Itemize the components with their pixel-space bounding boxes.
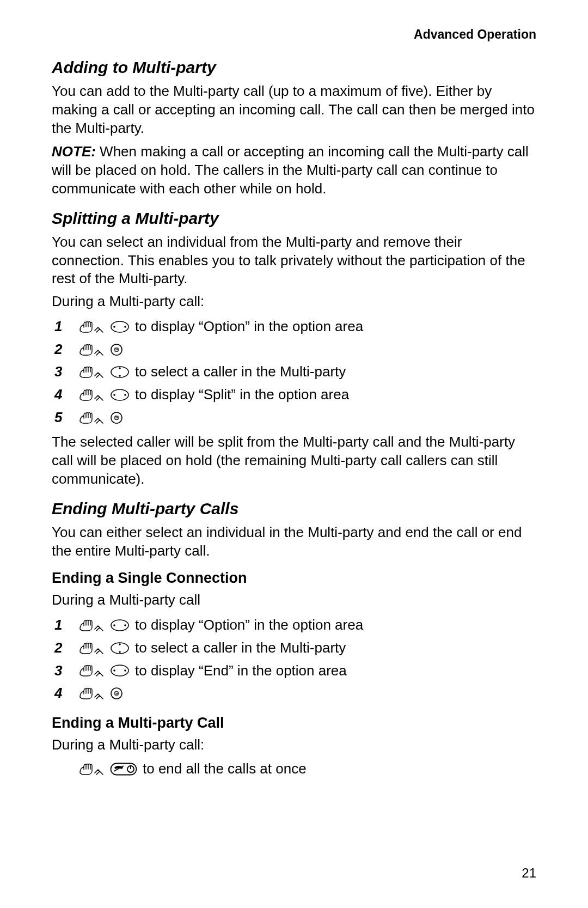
section-title-splitting: Splitting a Multi-party: [52, 209, 536, 228]
body-ending: You can either select an individual in t…: [52, 523, 536, 560]
step-item: 1 to display “Option” in the option area: [52, 315, 536, 338]
step-item: 2 to select a caller in the Multi-party: [52, 637, 536, 660]
nav-up-down-icon: [110, 642, 130, 655]
select-key-icon: [110, 343, 123, 356]
after-splitting: The selected caller will be split from t…: [52, 433, 536, 488]
step-item: 3 to display “End” in the option area: [52, 660, 536, 682]
steps-ending-single: 1 to display “Option” in the option area…: [52, 614, 536, 705]
press-hand-icon: [78, 365, 106, 379]
step-text: to display “Option” in the option area: [135, 615, 363, 636]
step-number: 4: [54, 385, 76, 405]
running-header: Advanced Operation: [52, 27, 536, 42]
step-item: 4 to display “Split” in the option area: [52, 383, 536, 406]
section-title-adding: Adding to Multi-party: [52, 58, 536, 77]
subheading-single: Ending a Single Connection: [52, 570, 536, 587]
nav-left-right-icon: [110, 619, 130, 632]
press-hand-icon: [78, 411, 106, 425]
note-label: NOTE:: [52, 143, 96, 160]
press-hand-icon: [78, 388, 106, 402]
press-hand-icon: [78, 641, 106, 655]
step-text: to display “End” in the option area: [135, 661, 347, 681]
intro-multi: During a Multi-party call:: [52, 736, 536, 754]
intro-single: During a Multi-party call: [52, 591, 536, 610]
steps-splitting: 1 to display “Option” in the option area…: [52, 315, 536, 429]
step-number: 2: [54, 339, 76, 360]
step-text: to select a caller in the Multi-party: [135, 362, 346, 382]
step-text: to display “Option” in the option area: [135, 316, 363, 337]
step-text: to select a caller in the Multi-party: [135, 638, 346, 659]
step-number: 1: [54, 615, 76, 636]
step-item: 2: [52, 338, 536, 361]
subheading-multi: Ending a Multi-party Call: [52, 715, 536, 732]
step-item: 4: [52, 682, 536, 705]
nav-up-down-icon: [110, 365, 130, 379]
press-hand-icon: [78, 762, 106, 776]
step-number: 2: [54, 638, 76, 659]
step-number: 5: [54, 407, 76, 428]
end-call-key-icon: [110, 763, 137, 776]
step-number: 1: [54, 316, 76, 337]
press-hand-icon: [78, 618, 106, 632]
step-item: 1 to display “Option” in the option area: [52, 614, 536, 637]
section-title-ending: Ending Multi-party Calls: [52, 499, 536, 518]
step-number: 3: [54, 362, 76, 382]
nav-left-right-icon: [110, 664, 130, 677]
step-item: 5: [52, 406, 536, 429]
press-hand-icon: [78, 320, 106, 334]
body-adding: You can add to the Multi-party call (up …: [52, 82, 536, 137]
select-key-icon: [110, 411, 123, 424]
note-adding: NOTE: When making a call or accepting an…: [52, 143, 536, 198]
intro-splitting: During a Multi-party call:: [52, 292, 536, 311]
page-number: 21: [522, 866, 536, 881]
nav-left-right-icon: [110, 388, 130, 401]
step-text: to end all the calls at once: [143, 759, 307, 779]
step-number: 3: [54, 661, 76, 681]
step-number: 4: [54, 683, 76, 704]
note-body: When making a call or accepting an incom…: [52, 143, 529, 197]
press-hand-icon: [78, 663, 106, 678]
select-key-icon: [110, 687, 123, 700]
nav-left-right-icon: [110, 320, 130, 333]
body-splitting: You can select an individual from the Mu…: [52, 233, 536, 288]
manual-page: Advanced Operation Adding to Multi-party…: [0, 0, 588, 908]
press-hand-icon: [78, 686, 106, 700]
step-end-all: to end all the calls at once: [52, 759, 536, 779]
step-item: 3 to select a caller in the Multi-party: [52, 361, 536, 383]
press-hand-icon: [78, 343, 106, 357]
step-text: to display “Split” in the option area: [135, 385, 349, 405]
